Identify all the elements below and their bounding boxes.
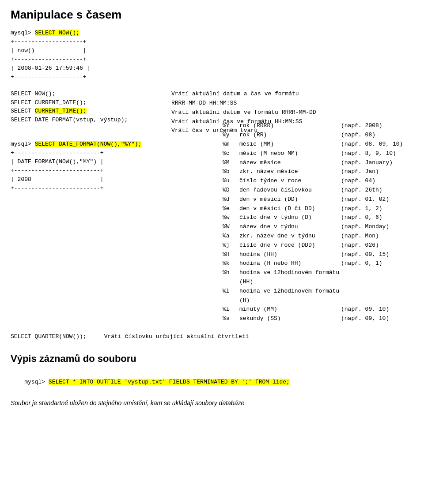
fmt-row-s: %ssekundy (SS)(např. 09, 10) (223, 314, 424, 323)
page-title: Manipulace s časem (11, 8, 413, 22)
outfile-note: Soubor je standartně uložen do stejného … (11, 399, 413, 408)
fmt-row-l: %lhodina ve 12hodinovém formátu (H) (223, 287, 424, 305)
select-quarter-section: SELECT QUARTER(NOW()); Vrátí číslovku ur… (11, 332, 413, 341)
fmt-row-H: %Hhodina (HH)(např. 00, 15) (223, 250, 424, 260)
cmd-select-current-time: SELECT CURRENT_TIME(); (11, 107, 161, 116)
date-format-query-highlight: SELECT DATE_FORMAT(NOW(),"%Y"); (35, 141, 142, 147)
mysql-prompt2: mysql> (11, 141, 31, 147)
fmt-row-W: %Wnázev dne v týdnu(např. Monday) (223, 222, 424, 232)
fmt-row-D: %Dden řadovou číslovkou(např. 26th) (223, 186, 424, 195)
fmt-row-a: %azkr. název dne v týdnu(např. Mon) (223, 232, 424, 241)
mysql-now-command: mysql> SELECT NOW(); (11, 29, 413, 38)
select-quarter-cmd: SELECT QUARTER(NOW()); (11, 332, 87, 341)
fmt-row-h: %hhodina ve 12hodinovém formátu (HH) (223, 268, 424, 287)
select-quarter-desc: Vrátí číslovku určující aktuální čtvrtle… (104, 332, 249, 341)
fmt-row-i: %iminuty (MM)(např. 09, 10) (223, 305, 424, 314)
fmt-row-M: %Mnázev měsíce(např. January) (223, 158, 424, 168)
mysql-prompt3: mysql> (24, 379, 49, 385)
mysql-prompt: mysql> (11, 30, 31, 36)
fmt-row-w: %wčíslo dne v týdnu (D)(např. 0, 6) (223, 213, 424, 222)
left-commands-col: SELECT NOW(); SELECT CURRENT_DATE(); SEL… (11, 90, 161, 135)
fmt-row-k: %khodina (H nebo HH)(např. 0, 1) (223, 259, 424, 268)
now-result-table: +--------------------+ | now() | +------… (11, 38, 413, 82)
outfile-query-highlight: SELECT * INTO OUTFILE 'vystup.txt' FIELD… (49, 379, 290, 385)
fmt-row-b: %bzkr. název měsíce(např. Jan) (223, 167, 424, 177)
section2: Výpis záznamů do souboru mysql> SELECT *… (11, 353, 413, 408)
select-now-highlight: SELECT NOW(); (35, 30, 80, 36)
cmd-select-current-date: SELECT CURRENT_DATE(); (11, 98, 161, 107)
fmt-row-c: %cměsíc (M nebo MM)(např. 8, 9, 10) (223, 149, 424, 158)
fmt-row-j: %jčíslo dne v roce (DDD)(např. 026) (223, 241, 424, 250)
cmd-select-date-format: SELECT DATE_FORMAT(vstup, výstup); (11, 116, 161, 124)
fmt-row-d: %dden v měsíci (DD)(např. 01, 02) (223, 195, 424, 204)
fmt-row-e: %eden v měsíci (D či DD)(např. 1, 2) (223, 204, 424, 214)
format-codes-list: %Yrok (RRRR)(např. 2008) %yrok (RR)(např… (223, 121, 424, 323)
section2-heading: Výpis záznamů do souboru (11, 353, 413, 365)
cmd-select-now: SELECT NOW(); (11, 90, 161, 98)
fmt-row-m: %mměsíc (MM)(např. 08, 09, 10) (223, 140, 424, 149)
outfile-command-line: mysql> SELECT * INTO OUTFILE 'vystup.txt… (11, 369, 413, 395)
fmt-row-u: %učíslo týdne v roce(např. 04) (223, 177, 424, 186)
